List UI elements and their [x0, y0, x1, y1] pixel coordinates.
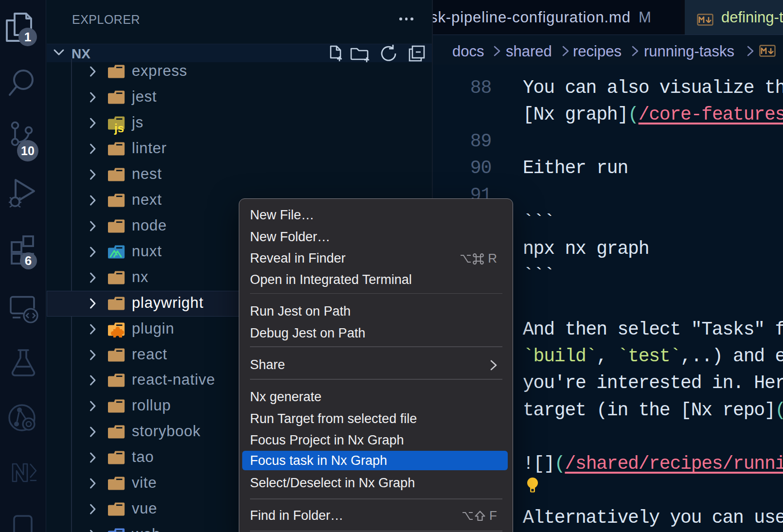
svg-text:js: js	[114, 122, 124, 135]
